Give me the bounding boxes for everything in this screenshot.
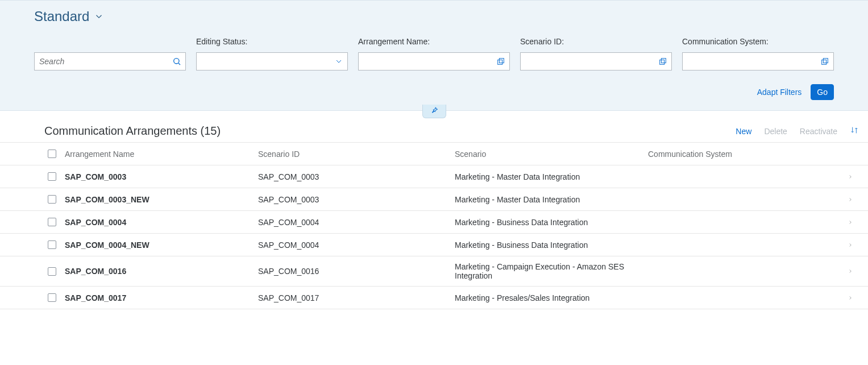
- row-nav[interactable]: [842, 173, 859, 181]
- row-nav[interactable]: [842, 267, 859, 275]
- svg-rect-4: [660, 60, 665, 64]
- cell-scenario: Marketing - Campaign Execution - Amazon …: [455, 262, 648, 280]
- chevron-down-icon[interactable]: [330, 57, 347, 66]
- value-help-icon[interactable]: [654, 57, 671, 66]
- cell-scenario-id: SAP_COM_0004: [258, 218, 455, 227]
- cell-scenario: Marketing - Business Data Integration: [455, 218, 648, 227]
- table-row[interactable]: SAP_COM_0017SAP_COM_0017Marketing - Pres…: [0, 287, 868, 309]
- row-nav[interactable]: [842, 218, 859, 226]
- cell-arrangement-name: SAP_COM_0003_NEW: [65, 195, 258, 204]
- table-row[interactable]: SAP_COM_0004_NEWSAP_COM_0004Marketing - …: [0, 234, 868, 256]
- row-nav[interactable]: [842, 294, 859, 302]
- cell-scenario: Marketing - Business Data Integration: [455, 240, 648, 250]
- cell-arrangement-name: SAP_COM_0004: [65, 218, 258, 227]
- editing-status-select[interactable]: [196, 52, 348, 70]
- cell-arrangement-name: SAP_COM_0017: [65, 293, 258, 302]
- row-checkbox[interactable]: [48, 267, 56, 276]
- svg-rect-3: [499, 59, 504, 63]
- search-field: [34, 37, 186, 70]
- table-row[interactable]: SAP_COM_0016SAP_COM_0016Marketing - Camp…: [0, 256, 868, 287]
- reactivate-button[interactable]: Reactivate: [800, 127, 837, 136]
- content-area: Communication Arrangements (15) New Dele…: [0, 111, 868, 309]
- scenario-id-label: Scenario ID:: [520, 37, 672, 47]
- editing-status-field: Editing Status:: [196, 37, 348, 70]
- cell-scenario-id: SAP_COM_0016: [258, 267, 455, 276]
- sort-icon[interactable]: [850, 126, 859, 136]
- new-button[interactable]: New: [736, 127, 751, 136]
- search-input[interactable]: [35, 53, 168, 70]
- pin-icon: [430, 106, 438, 116]
- cell-scenario: Marketing - Master Data Integration: [455, 195, 648, 204]
- search-input-wrap: [34, 52, 186, 70]
- svg-rect-2: [498, 60, 502, 64]
- col-arrangement-name[interactable]: Arrangement Name: [65, 150, 258, 159]
- go-button[interactable]: Go: [811, 84, 834, 100]
- select-all-checkbox[interactable]: [48, 150, 56, 158]
- svg-rect-7: [823, 59, 828, 63]
- cell-arrangement-name: SAP_COM_0004_NEW: [65, 240, 258, 250]
- row-nav[interactable]: [842, 196, 859, 204]
- arrangement-name-label: Arrangement Name:: [358, 37, 510, 47]
- delete-button[interactable]: Delete: [764, 127, 787, 136]
- cell-scenario-id: SAP_COM_0003: [258, 172, 455, 181]
- cell-arrangement-name: SAP_COM_0003: [65, 172, 258, 181]
- editing-status-label: Editing Status:: [196, 37, 348, 47]
- chevron-down-icon: [94, 11, 104, 22]
- filter-actions: Adapt Filters Go: [34, 84, 834, 100]
- communication-system-input-wrap: [682, 52, 834, 70]
- cell-scenario: Marketing - Presales/Sales Integration: [455, 293, 648, 302]
- row-checkbox[interactable]: [48, 293, 56, 302]
- pin-filter-bar-button[interactable]: [422, 105, 446, 118]
- table-row[interactable]: SAP_COM_0003_NEWSAP_COM_0003Marketing - …: [0, 188, 868, 211]
- col-scenario[interactable]: Scenario: [455, 150, 648, 159]
- cell-arrangement-name: SAP_COM_0016: [65, 267, 258, 276]
- arrangement-name-field: Arrangement Name:: [358, 37, 510, 70]
- svg-rect-6: [822, 60, 827, 64]
- value-help-icon[interactable]: [816, 57, 833, 66]
- table-header: Communication Arrangements (15) New Dele…: [0, 125, 868, 142]
- table-row[interactable]: SAP_COM_0003SAP_COM_0003Marketing - Mast…: [0, 165, 868, 188]
- communication-system-field: Communication System:: [682, 37, 834, 70]
- adapt-filters-button[interactable]: Adapt Filters: [757, 88, 802, 97]
- value-help-icon[interactable]: [492, 57, 509, 66]
- cell-scenario-id: SAP_COM_0004: [258, 240, 455, 250]
- svg-line-1: [178, 63, 180, 65]
- row-checkbox[interactable]: [48, 195, 56, 204]
- editing-status-input[interactable]: [197, 53, 330, 70]
- variant-title: Standard: [34, 9, 89, 24]
- arrangements-table: Arrangement Name Scenario ID Scenario Co…: [0, 142, 868, 309]
- arrangement-name-input[interactable]: [359, 53, 492, 70]
- cell-scenario-id: SAP_COM_0003: [258, 195, 455, 204]
- cell-scenario: Marketing - Master Data Integration: [455, 172, 648, 181]
- filter-bar: Standard Editing Status:: [0, 0, 868, 111]
- table-toolbar: New Delete Reactivate: [736, 126, 859, 136]
- scenario-id-input-wrap: [520, 52, 672, 70]
- scenario-id-input[interactable]: [521, 53, 654, 70]
- svg-rect-5: [661, 59, 666, 63]
- communication-system-input[interactable]: [683, 53, 816, 70]
- search-icon[interactable]: [168, 57, 185, 66]
- filter-fields: Editing Status: Arrangement Name:: [34, 37, 834, 70]
- row-checkbox[interactable]: [48, 218, 56, 226]
- communication-system-label: Communication System:: [682, 37, 834, 47]
- col-scenario-id[interactable]: Scenario ID: [258, 150, 455, 159]
- table-header-row: Arrangement Name Scenario ID Scenario Co…: [0, 143, 868, 165]
- svg-point-0: [174, 59, 179, 64]
- variant-selector[interactable]: Standard: [34, 9, 834, 24]
- row-checkbox[interactable]: [48, 172, 56, 181]
- arrangement-name-input-wrap: [358, 52, 510, 70]
- search-label: [34, 37, 186, 47]
- row-checkbox[interactable]: [48, 240, 56, 249]
- table-title: Communication Arrangements (15): [44, 125, 221, 138]
- col-communication-system[interactable]: Communication System: [648, 150, 842, 159]
- scenario-id-field: Scenario ID:: [520, 37, 672, 70]
- row-nav[interactable]: [842, 241, 859, 249]
- cell-scenario-id: SAP_COM_0017: [258, 293, 455, 302]
- table-row[interactable]: SAP_COM_0004SAP_COM_0004Marketing - Busi…: [0, 211, 868, 234]
